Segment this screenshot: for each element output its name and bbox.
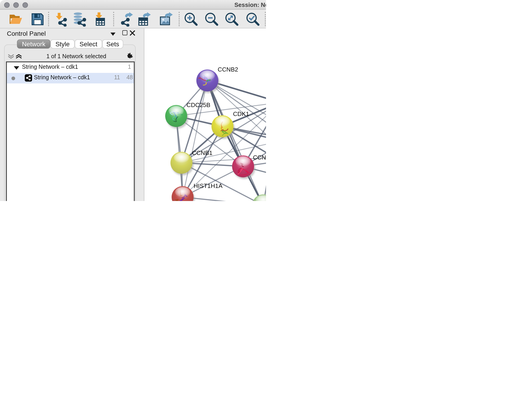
svg-text:CDC25B: CDC25B xyxy=(186,102,210,108)
svg-text:CCNA2: CCNA2 xyxy=(253,154,266,161)
svg-text:CDK1: CDK1 xyxy=(233,110,249,117)
svg-text:HIST1H1A: HIST1H1A xyxy=(194,182,223,189)
svg-text:CCNB2: CCNB2 xyxy=(218,66,238,73)
svg-text:CCNB1: CCNB1 xyxy=(192,149,212,156)
